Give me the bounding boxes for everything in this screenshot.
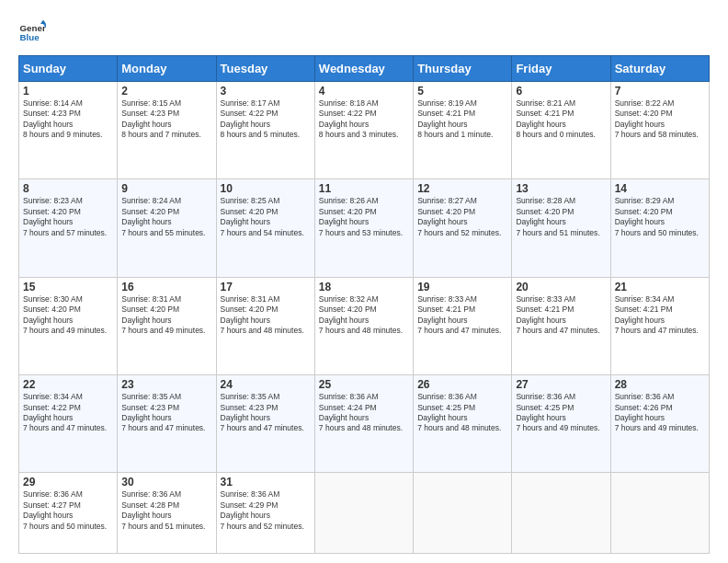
cell-info: Sunrise: 8:33 AMSunset: 4:21 PMDaylight … xyxy=(516,294,606,337)
cell-info: Sunrise: 8:29 AMSunset: 4:20 PMDaylight … xyxy=(615,196,705,238)
cell-info: Sunrise: 8:34 AMSunset: 4:22 PMDaylight … xyxy=(23,392,113,434)
day-number: 4 xyxy=(319,85,409,98)
calendar-cell: 26Sunrise: 8:36 AMSunset: 4:25 PMDayligh… xyxy=(414,375,512,473)
cell-info: Sunrise: 8:36 AMSunset: 4:27 PMDaylight … xyxy=(23,489,113,532)
cell-info: Sunrise: 8:24 AMSunset: 4:20 PMDaylight … xyxy=(121,196,211,238)
day-number: 16 xyxy=(121,281,211,293)
day-number: 8 xyxy=(23,182,113,195)
day-number: 1 xyxy=(23,85,113,98)
calendar-cell: 9Sunrise: 8:24 AMSunset: 4:20 PMDaylight… xyxy=(118,179,216,277)
day-number: 17 xyxy=(221,281,311,293)
calendar-header-tuesday: Tuesday xyxy=(216,56,314,82)
day-number: 7 xyxy=(615,85,705,98)
calendar-cell: 31Sunrise: 8:36 AMSunset: 4:29 PMDayligh… xyxy=(216,473,314,554)
cell-info: Sunrise: 8:19 AMSunset: 4:21 PMDaylight … xyxy=(417,98,507,141)
cell-info: Sunrise: 8:35 AMSunset: 4:23 PMDaylight … xyxy=(221,392,311,434)
calendar-cell xyxy=(610,473,709,554)
svg-text:General: General xyxy=(20,23,47,33)
cell-info: Sunrise: 8:18 AMSunset: 4:22 PMDaylight … xyxy=(319,98,409,141)
calendar-cell: 30Sunrise: 8:36 AMSunset: 4:28 PMDayligh… xyxy=(118,473,216,554)
day-number: 29 xyxy=(23,476,113,488)
day-number: 5 xyxy=(417,85,507,98)
calendar-header-saturday: Saturday xyxy=(610,56,709,82)
calendar-cell: 12Sunrise: 8:27 AMSunset: 4:20 PMDayligh… xyxy=(414,179,512,277)
cell-info: Sunrise: 8:23 AMSunset: 4:20 PMDaylight … xyxy=(23,196,113,238)
calendar-cell: 22Sunrise: 8:34 AMSunset: 4:22 PMDayligh… xyxy=(19,375,118,473)
cell-info: Sunrise: 8:36 AMSunset: 4:28 PMDaylight … xyxy=(121,489,211,532)
calendar: SundayMondayTuesdayWednesdayThursdayFrid… xyxy=(18,55,710,554)
cell-info: Sunrise: 8:25 AMSunset: 4:20 PMDaylight … xyxy=(221,196,311,238)
cell-info: Sunrise: 8:30 AMSunset: 4:20 PMDaylight … xyxy=(23,294,113,337)
cell-info: Sunrise: 8:34 AMSunset: 4:21 PMDaylight … xyxy=(615,294,705,337)
calendar-header-wednesday: Wednesday xyxy=(314,56,413,82)
calendar-cell: 28Sunrise: 8:36 AMSunset: 4:26 PMDayligh… xyxy=(610,375,709,473)
calendar-cell: 29Sunrise: 8:36 AMSunset: 4:27 PMDayligh… xyxy=(19,473,118,554)
cell-info: Sunrise: 8:26 AMSunset: 4:20 PMDaylight … xyxy=(319,196,409,238)
calendar-week-row: 29Sunrise: 8:36 AMSunset: 4:27 PMDayligh… xyxy=(19,473,710,554)
calendar-cell: 13Sunrise: 8:28 AMSunset: 4:20 PMDayligh… xyxy=(512,179,610,277)
calendar-cell: 23Sunrise: 8:35 AMSunset: 4:23 PMDayligh… xyxy=(118,375,216,473)
day-number: 21 xyxy=(615,281,705,293)
day-number: 22 xyxy=(23,378,113,391)
calendar-week-row: 15Sunrise: 8:30 AMSunset: 4:20 PMDayligh… xyxy=(19,277,710,374)
calendar-cell: 14Sunrise: 8:29 AMSunset: 4:20 PMDayligh… xyxy=(610,179,709,277)
svg-marker-2 xyxy=(40,20,46,25)
calendar-cell: 6Sunrise: 8:21 AMSunset: 4:21 PMDaylight… xyxy=(512,82,610,179)
cell-info: Sunrise: 8:17 AMSunset: 4:22 PMDaylight … xyxy=(221,98,311,141)
page: General Blue SundayMondayTuesdayWednesda… xyxy=(0,0,728,563)
calendar-cell: 24Sunrise: 8:35 AMSunset: 4:23 PMDayligh… xyxy=(216,375,314,473)
day-number: 20 xyxy=(516,281,606,293)
calendar-cell: 25Sunrise: 8:36 AMSunset: 4:24 PMDayligh… xyxy=(314,375,413,473)
calendar-cell: 2Sunrise: 8:15 AMSunset: 4:23 PMDaylight… xyxy=(118,82,216,179)
calendar-cell: 18Sunrise: 8:32 AMSunset: 4:20 PMDayligh… xyxy=(314,277,413,374)
calendar-cell: 16Sunrise: 8:31 AMSunset: 4:20 PMDayligh… xyxy=(118,277,216,374)
day-number: 9 xyxy=(121,182,211,195)
cell-info: Sunrise: 8:36 AMSunset: 4:25 PMDaylight … xyxy=(417,392,507,434)
calendar-header-monday: Monday xyxy=(118,56,216,82)
cell-info: Sunrise: 8:22 AMSunset: 4:20 PMDaylight … xyxy=(615,98,705,141)
calendar-cell: 3Sunrise: 8:17 AMSunset: 4:22 PMDaylight… xyxy=(216,82,314,179)
day-number: 14 xyxy=(615,182,705,195)
day-number: 18 xyxy=(319,281,409,293)
day-number: 19 xyxy=(417,281,507,293)
calendar-cell: 11Sunrise: 8:26 AMSunset: 4:20 PMDayligh… xyxy=(314,179,413,277)
day-number: 3 xyxy=(221,85,311,98)
day-number: 15 xyxy=(23,281,113,293)
calendar-cell: 7Sunrise: 8:22 AMSunset: 4:20 PMDaylight… xyxy=(610,82,709,179)
day-number: 13 xyxy=(516,182,606,195)
day-number: 10 xyxy=(221,182,311,195)
calendar-week-row: 8Sunrise: 8:23 AMSunset: 4:20 PMDaylight… xyxy=(19,179,710,277)
calendar-cell: 17Sunrise: 8:31 AMSunset: 4:20 PMDayligh… xyxy=(216,277,314,374)
calendar-cell xyxy=(414,473,512,554)
cell-info: Sunrise: 8:21 AMSunset: 4:21 PMDaylight … xyxy=(516,98,606,141)
day-number: 11 xyxy=(319,182,409,195)
day-number: 27 xyxy=(516,378,606,391)
calendar-cell: 10Sunrise: 8:25 AMSunset: 4:20 PMDayligh… xyxy=(216,179,314,277)
calendar-cell: 1Sunrise: 8:14 AMSunset: 4:23 PMDaylight… xyxy=(19,82,118,179)
cell-info: Sunrise: 8:36 AMSunset: 4:25 PMDaylight … xyxy=(516,392,606,434)
calendar-cell: 20Sunrise: 8:33 AMSunset: 4:21 PMDayligh… xyxy=(512,277,610,374)
day-number: 2 xyxy=(121,85,211,98)
svg-text:Blue: Blue xyxy=(20,32,40,42)
cell-info: Sunrise: 8:33 AMSunset: 4:21 PMDaylight … xyxy=(417,294,507,337)
day-number: 12 xyxy=(417,182,507,195)
day-number: 28 xyxy=(615,378,705,391)
cell-info: Sunrise: 8:31 AMSunset: 4:20 PMDaylight … xyxy=(121,294,211,337)
calendar-cell: 15Sunrise: 8:30 AMSunset: 4:20 PMDayligh… xyxy=(19,277,118,374)
calendar-cell xyxy=(314,473,413,554)
day-number: 24 xyxy=(221,378,311,391)
calendar-week-row: 1Sunrise: 8:14 AMSunset: 4:23 PMDaylight… xyxy=(19,82,710,179)
logo-icon: General Blue xyxy=(18,18,46,46)
cell-info: Sunrise: 8:31 AMSunset: 4:20 PMDaylight … xyxy=(221,294,311,337)
cell-info: Sunrise: 8:35 AMSunset: 4:23 PMDaylight … xyxy=(121,392,211,434)
cell-info: Sunrise: 8:28 AMSunset: 4:20 PMDaylight … xyxy=(516,196,606,238)
header: General Blue xyxy=(18,18,710,46)
calendar-cell: 21Sunrise: 8:34 AMSunset: 4:21 PMDayligh… xyxy=(610,277,709,374)
cell-info: Sunrise: 8:36 AMSunset: 4:24 PMDaylight … xyxy=(319,392,409,434)
day-number: 31 xyxy=(221,476,311,488)
cell-info: Sunrise: 8:15 AMSunset: 4:23 PMDaylight … xyxy=(121,98,211,141)
cell-info: Sunrise: 8:14 AMSunset: 4:23 PMDaylight … xyxy=(23,98,113,141)
day-number: 26 xyxy=(417,378,507,391)
cell-info: Sunrise: 8:32 AMSunset: 4:20 PMDaylight … xyxy=(319,294,409,337)
day-number: 6 xyxy=(516,85,606,98)
